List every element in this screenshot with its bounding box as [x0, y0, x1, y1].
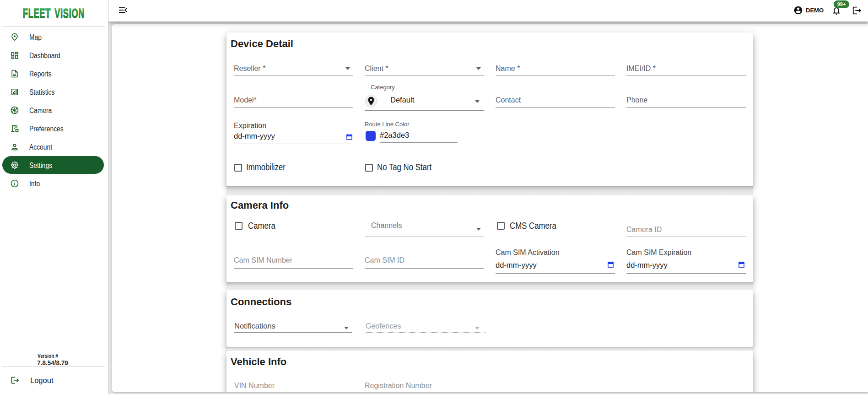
svg-text:FLEET VISION: FLEET VISION [23, 5, 85, 20]
